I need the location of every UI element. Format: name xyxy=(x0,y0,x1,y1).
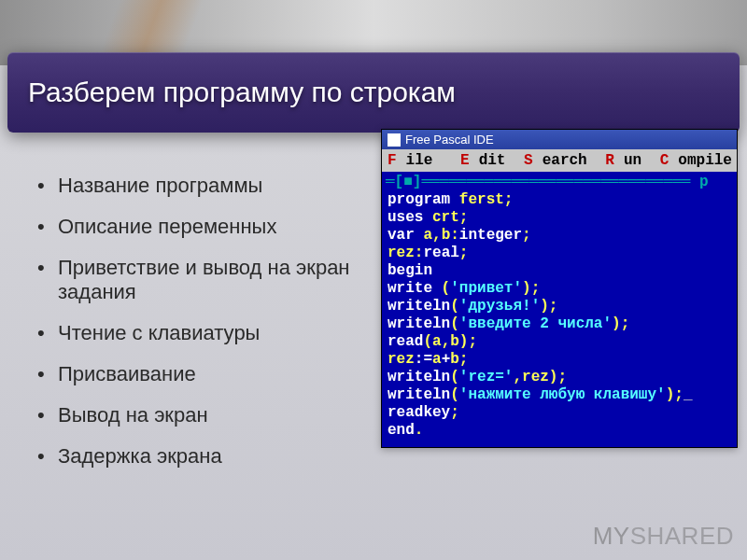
list-item: Название программы xyxy=(37,174,364,198)
frame-top: ═[■]══════════════════════════════ p xyxy=(382,174,737,191)
code-line-7: writeln('друзья!'); xyxy=(382,298,737,315)
list-item: Приветствие и вывод на экран задания xyxy=(37,256,364,304)
code-line-12: writeln('нажмите любую клавишу');_ xyxy=(382,386,737,404)
code-line-2: uses crt; xyxy=(382,209,737,227)
menu-file[interactable]: File xyxy=(388,152,442,169)
list-item: Вывод на экран xyxy=(37,403,364,427)
bullet-list: Название программы Описание переменных П… xyxy=(37,174,364,469)
list-item: Присваивание xyxy=(37,362,364,386)
menu-edit[interactable]: Edit xyxy=(460,152,505,169)
code-line-8: writeln('введите 2 числа'); xyxy=(382,315,737,333)
app-icon xyxy=(388,133,401,147)
ide-window: Free Pascal IDE File Edit Search Run Com… xyxy=(381,129,738,448)
code-line-5: begin xyxy=(382,262,737,280)
slide-content: Название программы Описание переменных П… xyxy=(0,157,747,560)
code-line-11: writeln('rez=',rez); xyxy=(382,369,737,386)
code-line-6: write ('привет'); xyxy=(382,280,737,298)
list-item: Описание переменных xyxy=(37,215,364,239)
menu-search[interactable]: Search xyxy=(524,152,587,169)
code-line-3: var a,b:integer; xyxy=(382,227,737,245)
code-line-1: program ferst; xyxy=(382,191,737,209)
list-item: Чтение с клавиатуры xyxy=(37,321,364,345)
window-title-text: Free Pascal IDE xyxy=(405,133,494,147)
slide-title-bar: Разберем программу по строкам xyxy=(7,52,740,133)
code-line-13: readkey; xyxy=(382,404,737,422)
menu-compile[interactable]: Compile xyxy=(660,152,732,169)
slide-title: Разберем программу по строкам xyxy=(28,77,456,108)
ide-editor[interactable]: ═[■]══════════════════════════════ p pro… xyxy=(382,172,737,447)
ide-menubar: File Edit Search Run Compile D xyxy=(382,149,737,172)
code-pane: Free Pascal IDE File Edit Search Run Com… xyxy=(374,157,747,560)
code-line-4: rez:real; xyxy=(382,245,737,262)
code-line-10: rez:=a+b; xyxy=(382,351,737,369)
code-line-14: end. xyxy=(382,422,737,440)
bullet-list-pane: Название программы Описание переменных П… xyxy=(0,157,374,560)
text-cursor: _ xyxy=(684,386,693,403)
ide-titlebar: Free Pascal IDE xyxy=(382,130,737,149)
menu-run[interactable]: Run xyxy=(605,152,641,169)
code-line-9: read(a,b); xyxy=(382,333,737,351)
list-item: Задержка экрана xyxy=(37,444,364,469)
watermark: MYSHARED xyxy=(593,522,734,551)
